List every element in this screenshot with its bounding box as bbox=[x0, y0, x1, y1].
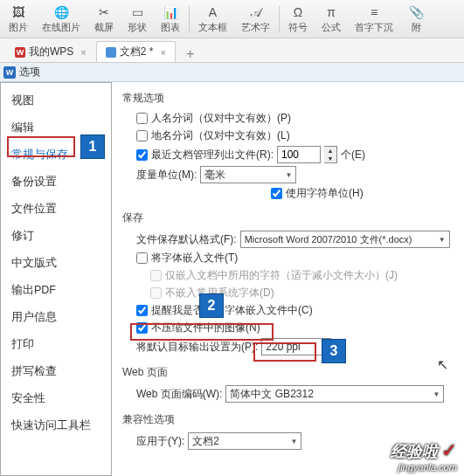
sidebar-item-file-location[interactable]: 文件位置 bbox=[1, 198, 111, 220]
checkbox-recent-docs[interactable] bbox=[136, 149, 148, 161]
label-measure: 度量单位(M): bbox=[136, 168, 197, 183]
close-icon[interactable]: × bbox=[80, 47, 86, 58]
checkbox-place-split[interactable] bbox=[136, 130, 148, 141]
sidebar-item-export-pdf[interactable]: 输出PDF bbox=[1, 279, 111, 301]
options-content: 常规选项 人名分词（仅对中文有效）(P) 地名分词（仅对中文有效）(L) 最近文… bbox=[112, 82, 464, 476]
group-title: 保存 bbox=[122, 210, 457, 225]
tool-dropcap[interactable]: ≡首字下沉 bbox=[350, 2, 398, 36]
scissors-icon: ✂ bbox=[95, 3, 113, 21]
step-badge-3: 3 bbox=[322, 339, 346, 363]
watermark-url: jingyanla.com bbox=[391, 462, 457, 473]
combo-default-format[interactable]: Microsoft Word 2007/2010 文件(*.docx)▼ bbox=[240, 231, 450, 248]
tool-online-image[interactable]: 🌐在线图片 bbox=[37, 2, 86, 36]
checkbox-embed-fonts[interactable] bbox=[136, 252, 148, 264]
group-save: 保存 文件保存默认格式(F): Microsoft Word 2007/2010… bbox=[122, 210, 457, 358]
step-badge-2: 2 bbox=[199, 293, 224, 318]
label-remind: 提醒我是否将云字体嵌入文件中(C) bbox=[151, 303, 313, 318]
mouse-cursor-icon: ↖ bbox=[437, 356, 448, 373]
wps-logo-icon: W bbox=[15, 47, 25, 58]
tool-wordart[interactable]: 𝒜艺术字 bbox=[236, 2, 275, 36]
sidebar-item-cn-layout[interactable]: 中文版式 bbox=[1, 252, 111, 274]
chevron-up-icon[interactable]: ▲ bbox=[324, 147, 336, 155]
checkbox-char-unit[interactable] bbox=[271, 188, 282, 199]
label-apply-to: 应用于(Y): bbox=[136, 434, 184, 449]
tool-screenshot[interactable]: ✂截屏 bbox=[89, 2, 119, 36]
wordart-icon: 𝒜 bbox=[247, 3, 265, 21]
tool-chart[interactable]: 📊图表 bbox=[156, 2, 185, 36]
check-icon: ✓ bbox=[441, 439, 457, 461]
tool-symbol[interactable]: Ω符号 bbox=[283, 2, 313, 36]
shape-icon: ▭ bbox=[128, 3, 146, 21]
options-header: W 选项 bbox=[0, 63, 464, 82]
group-title: 兼容性选项 bbox=[122, 412, 457, 427]
ribbon-toolbar: 🖼图片 🌐在线图片 ✂截屏 ▭形状 📊图表 A文本框 𝒜艺术字 Ω符号 π公式 … bbox=[0, 0, 464, 38]
label-embed-fonts: 将字体嵌入文件(T) bbox=[151, 251, 238, 266]
sidebar-item-backup[interactable]: 备份设置 bbox=[1, 171, 111, 193]
omega-icon: Ω bbox=[289, 3, 307, 21]
label-place-split: 地名分词（仅对中文有效）(L) bbox=[151, 128, 290, 143]
tool-image[interactable]: 🖼图片 bbox=[3, 2, 33, 36]
checkbox-no-embed-common bbox=[150, 287, 162, 299]
tab-add-button[interactable]: + bbox=[176, 46, 204, 62]
close-icon[interactable]: × bbox=[160, 47, 165, 58]
dropcap-icon: ≡ bbox=[365, 3, 383, 21]
app-icon: W bbox=[3, 66, 16, 79]
tool-attach[interactable]: 📎附 bbox=[402, 2, 430, 36]
separator bbox=[189, 6, 190, 32]
sidebar-item-spellcheck[interactable]: 拼写检查 bbox=[1, 361, 111, 383]
label-web-encoding: Web 页面编码(W): bbox=[136, 387, 222, 402]
group-web: Web 页面 Web 页面编码(W): 简体中文 GB2312▼ bbox=[122, 365, 457, 405]
attach-icon: 📎 bbox=[407, 3, 425, 21]
tool-equation[interactable]: π公式 bbox=[316, 2, 346, 36]
options-title: 选项 bbox=[19, 65, 40, 79]
pi-icon: π bbox=[322, 3, 340, 21]
sidebar-item-quick-access[interactable]: 快速访问工具栏 bbox=[1, 415, 111, 437]
sidebar-item-revision[interactable]: 修订 bbox=[1, 225, 111, 247]
group-title: 常规选项 bbox=[122, 91, 457, 106]
chevron-down-icon: ▼ bbox=[439, 236, 446, 244]
checkbox-embed-used-only bbox=[150, 270, 162, 281]
watermark-brand: 经验啦 bbox=[391, 443, 438, 460]
step-badge-1: 1 bbox=[80, 135, 105, 159]
separator bbox=[279, 6, 280, 32]
checkbox-name-split[interactable] bbox=[136, 113, 148, 124]
tab-label: 文档2 * bbox=[120, 45, 154, 59]
watermark: 经验啦 ✓ jingyanla.com bbox=[391, 439, 457, 473]
doc-icon bbox=[106, 47, 116, 58]
sidebar-item-view[interactable]: 视图 bbox=[1, 90, 111, 112]
globe-icon: 🌐 bbox=[52, 3, 70, 21]
combo-apply-to[interactable]: 文档2▼ bbox=[188, 432, 301, 450]
checkbox-no-compress-images[interactable] bbox=[136, 322, 148, 334]
combo-measure-unit[interactable]: 毫米▼ bbox=[200, 166, 296, 183]
label-no-compress: 不压缩文件中的图像(N) bbox=[151, 321, 260, 335]
group-general: 常规选项 人名分词（仅对中文有效）(P) 地名分词（仅对中文有效）(L) 最近文… bbox=[122, 91, 457, 204]
label-name-split: 人名分词（仅对中文有效）(P) bbox=[151, 111, 291, 126]
tool-shape[interactable]: ▭形状 bbox=[122, 2, 152, 36]
chevron-down-icon: ▼ bbox=[285, 171, 292, 179]
sidebar-item-user-info[interactable]: 用户信息 bbox=[1, 307, 111, 328]
label-char-unit: 使用字符单位(H) bbox=[286, 186, 364, 201]
tab-label: 我的WPS bbox=[29, 45, 73, 59]
textbox-icon: A bbox=[204, 3, 222, 21]
tab-document[interactable]: 文档2 * × bbox=[96, 41, 176, 62]
label-default-format: 文件保存默认格式(F): bbox=[136, 232, 237, 247]
group-title: Web 页面 bbox=[122, 365, 457, 380]
chevron-down-icon: ▼ bbox=[433, 390, 440, 398]
label-unit: 个(E) bbox=[341, 148, 365, 162]
input-recent-docs-count[interactable] bbox=[277, 146, 321, 163]
tab-mywps[interactable]: W 我的WPS × bbox=[5, 41, 96, 62]
label-recent-docs: 最近文档管理列出文件(R): bbox=[151, 148, 274, 162]
chart-icon: 📊 bbox=[162, 3, 179, 21]
options-body: 视图 编辑 常规与保存 备份设置 文件位置 修订 中文版式 输出PDF 用户信息… bbox=[0, 82, 464, 476]
spinner[interactable]: ▲▼ bbox=[324, 146, 337, 163]
combo-web-encoding[interactable]: 简体中文 GB2312▼ bbox=[225, 385, 444, 403]
label-target-output: 将默认目标输出设置为(P): bbox=[136, 340, 258, 355]
sidebar-item-print[interactable]: 打印 bbox=[1, 334, 111, 355]
tool-textbox[interactable]: A文本框 bbox=[193, 2, 232, 36]
chevron-down-icon[interactable]: ▼ bbox=[324, 155, 336, 162]
image-icon: 🖼 bbox=[10, 3, 27, 21]
sidebar-item-security[interactable]: 安全性 bbox=[1, 388, 111, 410]
chevron-down-icon: ▼ bbox=[290, 438, 297, 445]
label-embed-used-only: 仅嵌入文档中所用的字符（适于减小文件大小）(J) bbox=[165, 268, 398, 283]
checkbox-remind-cloud-font[interactable] bbox=[136, 305, 148, 316]
